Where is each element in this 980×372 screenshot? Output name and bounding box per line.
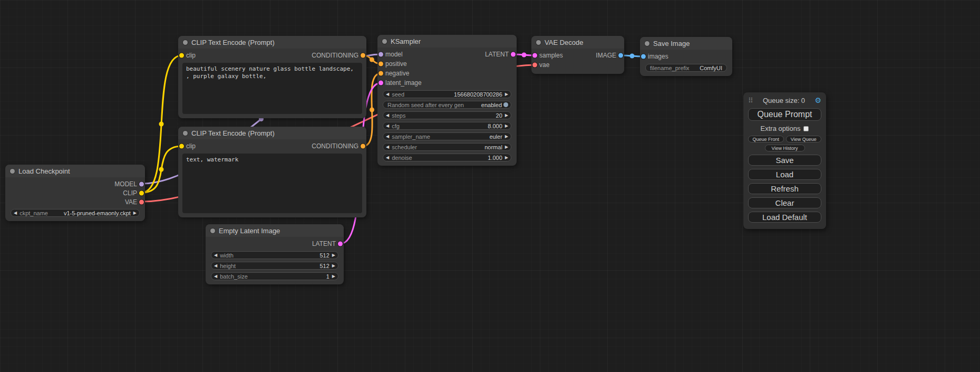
clip-input-dot[interactable] bbox=[179, 53, 184, 58]
ckpt-name-widget[interactable]: ◀ ckpt_name v1-5-pruned-emaonly.ckpt ▶ bbox=[11, 209, 140, 217]
increment-icon[interactable]: ▶ bbox=[332, 253, 335, 257]
queue-prompt-button[interactable]: Queue Prompt bbox=[748, 108, 821, 121]
node-load-checkpoint[interactable]: Load Checkpoint MODEL CLIP VAE ◀ ckpt_na… bbox=[5, 165, 145, 221]
output-slot-latent: LATENT bbox=[206, 239, 344, 249]
samples-input-dot[interactable] bbox=[532, 53, 537, 58]
conditioning-output-dot[interactable] bbox=[361, 144, 365, 149]
increment-icon[interactable]: ▶ bbox=[505, 145, 508, 149]
node-title: KSampler bbox=[391, 37, 421, 45]
collapse-dot[interactable] bbox=[645, 41, 649, 46]
model-output-dot[interactable] bbox=[139, 182, 144, 186]
height-widget[interactable]: ◀ height 512 ▶ bbox=[211, 262, 338, 270]
input-label: clip bbox=[186, 52, 196, 59]
widget-label: Random seed after every gen bbox=[387, 102, 464, 108]
drag-handle-icon[interactable]: ⠿ bbox=[748, 97, 753, 104]
clear-button[interactable]: Clear bbox=[748, 197, 821, 208]
widget-value: 1.000 bbox=[488, 155, 502, 161]
image-output-dot[interactable] bbox=[618, 53, 623, 58]
clip-input-dot[interactable] bbox=[179, 144, 184, 149]
node-title: Empty Latent Image bbox=[219, 227, 280, 235]
seed-widget[interactable]: ◀ seed 156680208700286 ▶ bbox=[383, 90, 511, 98]
load-default-button[interactable]: Load Default bbox=[748, 212, 821, 223]
node-title-bar[interactable]: VAE Decode bbox=[531, 36, 624, 49]
decrement-icon[interactable]: ◀ bbox=[386, 113, 389, 118]
increment-icon[interactable]: ▶ bbox=[133, 211, 137, 215]
refresh-button[interactable]: Refresh bbox=[748, 183, 821, 194]
decrement-icon[interactable]: ◀ bbox=[386, 92, 389, 97]
width-widget[interactable]: ◀ width 512 ▶ bbox=[211, 251, 338, 259]
decrement-icon[interactable]: ◀ bbox=[14, 211, 17, 215]
batch-size-widget[interactable]: ◀ batch_size 1 ▶ bbox=[211, 272, 338, 280]
output-slot-clip: CLIP bbox=[5, 188, 145, 197]
node-clip-text-encode-positive[interactable]: CLIP Text Encode (Prompt) clip CONDITION… bbox=[178, 36, 366, 118]
node-vae-decode[interactable]: VAE Decode samples IMAGE vae bbox=[531, 36, 624, 74]
increment-icon[interactable]: ▶ bbox=[505, 124, 508, 128]
node-title-bar[interactable]: KSampler bbox=[377, 35, 517, 47]
decrement-icon[interactable]: ◀ bbox=[214, 253, 217, 257]
collapse-dot[interactable] bbox=[382, 39, 387, 44]
increment-icon[interactable]: ▶ bbox=[332, 274, 335, 279]
increment-icon[interactable]: ▶ bbox=[505, 156, 508, 160]
decrement-icon[interactable]: ◀ bbox=[214, 264, 217, 268]
output-label: LATENT bbox=[312, 240, 336, 247]
negative-input-dot[interactable] bbox=[379, 71, 383, 76]
cfg-widget[interactable]: ◀ cfg 8.000 ▶ bbox=[383, 122, 511, 130]
collapse-dot[interactable] bbox=[183, 40, 188, 45]
node-ksampler[interactable]: KSampler model LATENT positive negative … bbox=[377, 35, 517, 166]
scheduler-widget[interactable]: ◀ scheduler normal ▶ bbox=[383, 143, 511, 151]
slot-row-model-latent: model LATENT bbox=[377, 50, 517, 59]
widget-label: batch_size bbox=[220, 273, 248, 280]
prompt-textarea[interactable]: text, watermark bbox=[182, 154, 362, 213]
increment-icon[interactable]: ▶ bbox=[505, 113, 508, 118]
collapse-dot[interactable] bbox=[210, 228, 215, 233]
steps-widget[interactable]: ◀ steps 20 ▶ bbox=[383, 111, 511, 119]
decrement-icon[interactable]: ◀ bbox=[214, 274, 217, 279]
filename-prefix-widget[interactable]: filename_prefix ComfyUI bbox=[645, 64, 727, 72]
latent-output-dot[interactable] bbox=[511, 52, 516, 57]
collapse-dot[interactable] bbox=[536, 40, 541, 45]
queue-front-button[interactable]: Queue Front bbox=[748, 136, 784, 142]
load-button[interactable]: Load bbox=[748, 169, 821, 180]
input-label: negative bbox=[385, 70, 409, 77]
random-seed-toggle-widget[interactable]: Random seed after every gen enabled bbox=[383, 101, 511, 109]
node-empty-latent-image[interactable]: Empty Latent Image LATENT ◀ width 512 ▶ … bbox=[206, 224, 344, 284]
prompt-textarea[interactable]: beautiful scenery nature glass bottle la… bbox=[182, 63, 362, 114]
node-title-bar[interactable]: Empty Latent Image bbox=[206, 224, 344, 237]
positive-input-dot[interactable] bbox=[379, 62, 383, 66]
clip-output-dot[interactable] bbox=[139, 190, 144, 195]
images-input-dot[interactable] bbox=[641, 54, 646, 59]
settings-gear-icon[interactable]: ⚙ bbox=[814, 96, 821, 104]
latent-output-dot[interactable] bbox=[338, 242, 343, 246]
decrement-icon[interactable]: ◀ bbox=[386, 145, 389, 149]
latent-image-input-dot[interactable] bbox=[379, 81, 383, 85]
view-queue-button[interactable]: View Queue bbox=[786, 136, 822, 142]
increment-icon[interactable]: ▶ bbox=[505, 92, 508, 97]
node-title-bar[interactable]: CLIP Text Encode (Prompt) bbox=[178, 36, 366, 49]
model-input-dot[interactable] bbox=[379, 52, 383, 57]
view-history-button[interactable]: View History bbox=[765, 145, 805, 151]
save-button[interactable]: Save bbox=[748, 155, 821, 166]
input-label: positive bbox=[385, 60, 407, 68]
node-title: Save Image bbox=[653, 40, 690, 47]
vae-output-dot[interactable] bbox=[139, 199, 144, 204]
extra-options-checkbox[interactable] bbox=[803, 126, 809, 131]
decrement-icon[interactable]: ◀ bbox=[386, 135, 389, 139]
toggle-dot-icon[interactable] bbox=[503, 102, 508, 107]
vae-input-dot[interactable] bbox=[532, 63, 537, 68]
increment-icon[interactable]: ▶ bbox=[332, 264, 335, 268]
node-save-image[interactable]: Save Image images filename_prefix ComfyU… bbox=[640, 37, 732, 76]
node-clip-text-encode-negative[interactable]: CLIP Text Encode (Prompt) clip CONDITION… bbox=[178, 127, 366, 217]
conditioning-output-dot[interactable] bbox=[361, 53, 365, 58]
decrement-icon[interactable]: ◀ bbox=[386, 156, 389, 160]
sampler-name-widget[interactable]: ◀ sampler_name euler ▶ bbox=[383, 132, 511, 140]
output-label: VAE bbox=[125, 198, 137, 206]
collapse-dot[interactable] bbox=[183, 131, 188, 136]
decrement-icon[interactable]: ◀ bbox=[386, 124, 389, 128]
node-title-bar[interactable]: Save Image bbox=[640, 37, 732, 50]
increment-icon[interactable]: ▶ bbox=[505, 135, 508, 139]
node-title-bar[interactable]: CLIP Text Encode (Prompt) bbox=[178, 127, 366, 139]
denoise-widget[interactable]: ◀ denoise 1.000 ▶ bbox=[383, 154, 511, 161]
collapse-dot[interactable] bbox=[10, 169, 15, 174]
node-title-bar[interactable]: Load Checkpoint bbox=[5, 165, 145, 177]
input-slot-negative: negative bbox=[377, 69, 517, 78]
